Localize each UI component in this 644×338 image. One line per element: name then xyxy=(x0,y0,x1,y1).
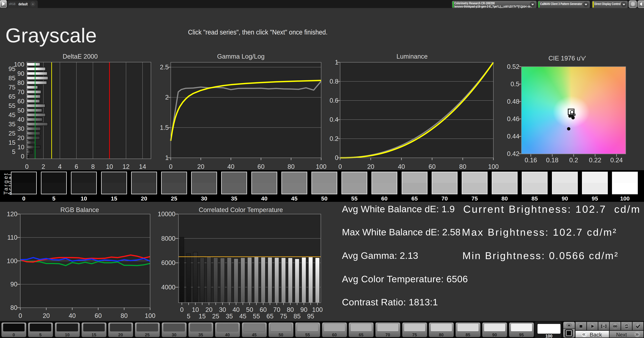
svg-text:1: 1 xyxy=(165,154,169,161)
svg-text:80: 80 xyxy=(288,163,294,170)
svg-text:40: 40 xyxy=(398,163,405,170)
svg-text:40: 40 xyxy=(232,306,240,313)
svg-text:100: 100 xyxy=(145,312,155,319)
svg-text:0.42: 0.42 xyxy=(507,150,520,157)
svg-text:100: 100 xyxy=(316,163,326,170)
svg-text:100: 100 xyxy=(488,163,498,170)
svg-text:10: 10 xyxy=(192,306,199,313)
svg-text:20: 20 xyxy=(367,163,374,170)
svg-text:15: 15 xyxy=(8,139,16,146)
svg-text:40: 40 xyxy=(68,312,76,319)
svg-text:90: 90 xyxy=(18,70,24,77)
svg-text:20: 20 xyxy=(18,135,24,141)
svg-text:80: 80 xyxy=(10,304,18,311)
svg-text:0: 0 xyxy=(21,153,24,160)
svg-text:2: 2 xyxy=(165,94,169,101)
svg-text:120: 120 xyxy=(7,210,18,218)
svg-text:0.18: 0.18 xyxy=(546,157,558,164)
svg-text:100: 100 xyxy=(312,306,323,313)
svg-text:30: 30 xyxy=(219,306,226,313)
svg-text:Correlated Color Temperature: Correlated Color Temperature xyxy=(199,206,283,213)
svg-text:20: 20 xyxy=(206,306,212,313)
svg-text:25: 25 xyxy=(8,130,16,137)
svg-text:20: 20 xyxy=(197,163,204,170)
svg-text:50: 50 xyxy=(18,107,24,114)
svg-text:0.24: 0.24 xyxy=(610,157,623,164)
svg-text:100: 100 xyxy=(14,61,24,68)
svg-text:45: 45 xyxy=(8,112,16,118)
svg-text:85: 85 xyxy=(8,75,16,82)
svg-text:60: 60 xyxy=(94,312,102,319)
svg-text:65: 65 xyxy=(266,313,274,320)
svg-text:5: 5 xyxy=(12,148,16,155)
svg-text:0.52: 0.52 xyxy=(507,63,520,70)
svg-text:35: 35 xyxy=(8,121,16,128)
svg-text:8: 8 xyxy=(91,163,95,170)
svg-text:0.46: 0.46 xyxy=(507,115,520,122)
svg-text:0.5: 0.5 xyxy=(510,81,520,88)
svg-text:6: 6 xyxy=(75,163,78,170)
svg-text:35: 35 xyxy=(226,313,233,320)
svg-text:65: 65 xyxy=(8,93,16,100)
svg-text:14: 14 xyxy=(139,163,146,170)
svg-text:0.22: 0.22 xyxy=(589,157,601,164)
svg-text:0: 0 xyxy=(180,306,184,313)
svg-text:25: 25 xyxy=(212,313,219,320)
svg-text:2.5: 2.5 xyxy=(160,64,169,71)
svg-text:40: 40 xyxy=(228,163,234,170)
svg-text:8000: 8000 xyxy=(161,235,176,242)
svg-text:70: 70 xyxy=(273,306,280,313)
svg-text:80: 80 xyxy=(459,163,466,170)
svg-text:0: 0 xyxy=(338,163,342,170)
svg-text:5: 5 xyxy=(187,313,190,320)
svg-text:80: 80 xyxy=(287,306,294,313)
svg-text:10: 10 xyxy=(106,163,113,170)
svg-text:80: 80 xyxy=(18,79,24,86)
svg-text:DeltaE 2000: DeltaE 2000 xyxy=(62,53,98,60)
svg-text:75: 75 xyxy=(8,84,16,91)
svg-text:55: 55 xyxy=(8,102,16,109)
svg-text:0: 0 xyxy=(18,312,22,319)
svg-text:0.2: 0.2 xyxy=(330,135,338,142)
svg-text:Gamma Log/Log: Gamma Log/Log xyxy=(217,53,264,60)
svg-text:10: 10 xyxy=(18,144,24,151)
svg-text:0.6: 0.6 xyxy=(330,97,338,104)
svg-text:4: 4 xyxy=(58,163,62,170)
svg-text:0.4: 0.4 xyxy=(330,116,338,123)
svg-text:0.2: 0.2 xyxy=(569,157,578,164)
svg-text:40: 40 xyxy=(18,116,24,123)
svg-text:0: 0 xyxy=(169,163,172,170)
svg-text:50: 50 xyxy=(246,306,253,313)
svg-text:60: 60 xyxy=(428,163,436,170)
svg-text:95: 95 xyxy=(8,65,16,72)
svg-text:0.48: 0.48 xyxy=(507,98,520,105)
svg-text:60: 60 xyxy=(258,163,264,170)
svg-text:100: 100 xyxy=(7,257,18,264)
svg-text:30: 30 xyxy=(18,125,24,132)
svg-text:Luminance: Luminance xyxy=(396,53,428,60)
svg-text:0: 0 xyxy=(335,154,338,161)
svg-text:85: 85 xyxy=(294,313,300,320)
svg-text:55: 55 xyxy=(253,313,260,320)
svg-text:6000: 6000 xyxy=(161,259,176,266)
svg-text:0.8: 0.8 xyxy=(330,78,338,85)
svg-text:95: 95 xyxy=(307,313,314,320)
svg-text:1.5: 1.5 xyxy=(160,124,169,131)
svg-text:0.16: 0.16 xyxy=(524,157,537,164)
svg-text:RGB Balance: RGB Balance xyxy=(60,206,99,213)
svg-text:15: 15 xyxy=(198,313,206,320)
svg-text:60: 60 xyxy=(18,98,24,105)
svg-text:0: 0 xyxy=(25,163,28,170)
svg-text:12: 12 xyxy=(122,163,130,170)
svg-text:75: 75 xyxy=(280,313,287,320)
svg-text:110: 110 xyxy=(7,234,18,241)
svg-text:20: 20 xyxy=(43,312,50,319)
svg-text:60: 60 xyxy=(260,306,267,313)
svg-text:90: 90 xyxy=(10,281,18,288)
svg-text:80: 80 xyxy=(120,312,128,319)
svg-text:CIE 1976 u'v': CIE 1976 u'v' xyxy=(548,55,586,62)
svg-text:2: 2 xyxy=(42,163,45,170)
svg-text:45: 45 xyxy=(239,313,246,320)
svg-text:4000: 4000 xyxy=(161,284,176,291)
svg-text:70: 70 xyxy=(18,89,24,95)
